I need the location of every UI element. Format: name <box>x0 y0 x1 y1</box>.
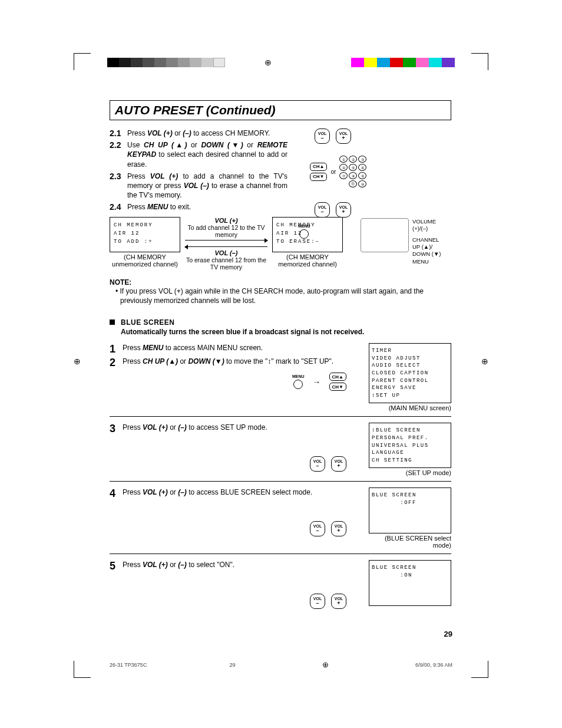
remote-keypad-icon: ①②③ ④⑤⑥ ⑦⑧⑨ ⓪⑩ <box>339 156 366 187</box>
main-menu-screen: TIMER VIDEO ADJUST AUDIO SELECT CLOSED C… <box>369 343 451 403</box>
ch-down-button-icon: CH▼ <box>329 383 346 391</box>
step-text: Press VOL (+) or (–) to access CH MEMORY… <box>127 129 287 138</box>
color-registration-bar: ⊕ <box>107 58 455 67</box>
vol-minus-button-icon: VOL– <box>310 594 325 609</box>
tv-caption: (CH MEMORY memorized channel) <box>272 253 343 268</box>
vol-plus-label: VOL (+) <box>185 217 267 224</box>
crop-mark-bl <box>74 661 91 678</box>
step-number: 5 <box>110 560 123 572</box>
crop-mark-br <box>471 661 488 678</box>
vol-minus-button-icon: VOL– <box>310 521 325 536</box>
step-text: Press CH UP (▲) or DOWN (▼) to move the … <box>123 357 351 366</box>
step-text: Press VOL (+) or (–) to access BLUE SCRE… <box>123 487 351 497</box>
registration-mark-icon: ⊕ <box>322 660 329 669</box>
ch-up-button-icon: CH▲ <box>329 373 346 381</box>
panel-caption: (MAIN MENU screen) <box>369 404 451 411</box>
footer-page: 29 <box>229 662 235 668</box>
vol-plus-button-icon: VOL+ <box>336 129 351 144</box>
page-number: 29 <box>444 630 452 638</box>
note-heading: NOTE: <box>110 278 451 286</box>
vol-plus-button-icon: VOL+ <box>331 594 346 609</box>
section-title-box: AUTO PRESET (Continued) <box>110 100 451 120</box>
step-number: 2.4 <box>110 202 127 212</box>
step-number: 1 <box>110 343 123 355</box>
crop-mark-tr <box>471 53 488 70</box>
arrow-left-icon <box>185 246 267 247</box>
tv-screen-unmemorized: CH MEMORY AIR 12 TO ADD :+ <box>110 217 180 252</box>
step-text: Press VOL (+) or (–) to access SET UP mo… <box>123 423 351 432</box>
arrow-right-icon <box>185 240 267 241</box>
vol-plus-button-icon: VOL+ <box>331 521 346 536</box>
square-bullet-icon <box>110 319 115 325</box>
divider <box>110 416 451 417</box>
blue-screen-heading: BLUE SCREEN Automatically turns the scre… <box>110 318 451 336</box>
step-text: Press VOL (+) or (–) to select "ON". <box>123 560 351 569</box>
or-label: or <box>330 169 336 175</box>
step-number: 2.3 <box>110 172 127 181</box>
step-number: 3 <box>110 423 123 435</box>
step-text: Press MENU to exit. <box>127 202 287 212</box>
remote-illustration-icon <box>361 218 409 252</box>
step-number: 2.2 <box>110 140 127 150</box>
blue-screen-on: BLUE SCREEN :ON <box>369 560 451 606</box>
footer: 26-31 TP3675C 29 ⊕ 6/9/00, 9:36 AM <box>110 660 452 669</box>
blue-screen-off: BLUE SCREEN :OFF <box>369 487 451 533</box>
menu-button-icon: MENU <box>292 374 305 389</box>
registration-mark-left-icon: ⊕ <box>74 357 81 366</box>
panel-caption: (BLUE SCREEN select mode) <box>369 535 451 549</box>
vol-plus-desc: To add channel 12 to the TV memory <box>185 224 267 239</box>
crop-mark-tl <box>74 53 91 70</box>
menu-button-icon: MENU <box>298 224 310 239</box>
step-number: 2.1 <box>110 129 127 138</box>
tv-caption: (CH MEMORY unmemorized channel) <box>110 253 180 268</box>
panel-caption: (SET UP mode) <box>369 469 451 476</box>
step-text: Press VOL (+) to add a channel to the TV… <box>127 172 287 200</box>
remote-control-diagram: VOLUME (+)/(–) CHANNEL UP (▲)/ DOWN (▼) … <box>361 218 455 265</box>
registration-mark-right-icon: ⊕ <box>481 357 488 366</box>
vol-minus-label: VOL (–) <box>185 249 267 256</box>
step-number: 4 <box>110 487 123 500</box>
note-body: • If you press VOL (+) again while in th… <box>120 286 451 305</box>
divider <box>110 554 451 554</box>
ch-down-button-icon: CH▼ <box>310 173 327 181</box>
vol-minus-button-icon: VOL– <box>310 456 325 472</box>
arrow-right-icon: → <box>313 377 321 387</box>
vol-minus-desc: To erase channel 12 from the TV memory <box>185 256 267 271</box>
vol-minus-button-icon: VOL– <box>315 129 330 144</box>
footer-doc-id: 26-31 TP3675C <box>110 662 147 668</box>
section-title: AUTO PRESET (Continued) <box>115 103 276 117</box>
vol-plus-button-icon: VOL+ <box>336 202 351 218</box>
ch-up-button-icon: CH▲ <box>310 163 327 171</box>
setup-mode-screen: ↕BLUE SCREEN PERSONAL PREF. UNIVERSAL PL… <box>369 423 451 468</box>
registration-mark-icon: ⊕ <box>265 58 272 67</box>
vol-plus-button-icon: VOL+ <box>331 456 346 472</box>
vol-minus-button-icon: VOL– <box>315 202 330 218</box>
divider <box>110 481 451 482</box>
footer-datetime: 6/9/00, 9:36 AM <box>415 662 452 668</box>
step-number: 2 <box>110 357 123 369</box>
step-text: Use CH UP (▲) or DOWN (▼) or REMOTE KEYP… <box>127 140 287 169</box>
step-text: Press MENU to access MAIN MENU screen. <box>123 343 351 353</box>
